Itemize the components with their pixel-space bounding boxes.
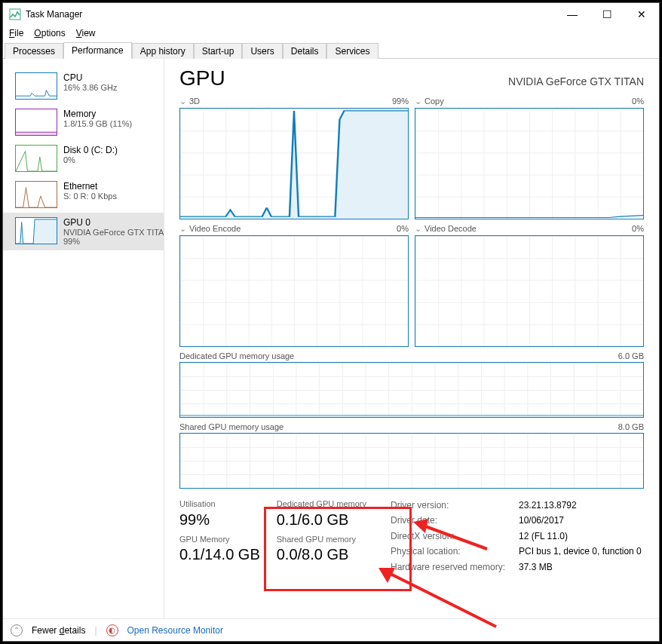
sidebar-item-ethernet[interactable]: Ethernet S: 0 R: 0 Kbps: [3, 176, 164, 213]
open-resource-monitor-link[interactable]: Open Resource Monitor: [127, 625, 223, 636]
svg-line-9: [385, 571, 496, 627]
maximize-button[interactable]: ☐: [590, 3, 624, 26]
sidebar-ethernet-detail: S: 0 R: 0 Kbps: [63, 192, 117, 201]
sidebar-gpu-detail2: 99%: [63, 237, 164, 246]
chart-shared-memory[interactable]: [179, 433, 644, 489]
task-manager-window: Task Manager — ☐ ✕ File Options View Pro…: [2, 2, 660, 642]
chart-vencode-label[interactable]: ⌄Video Encode: [179, 224, 241, 234]
sidebar-gpu-detail: NVIDIA GeForce GTX TITAN: [63, 228, 164, 237]
gpu-memory-value: 0.1/14.0 GB: [179, 545, 260, 563]
svg-marker-8: [413, 519, 428, 533]
task-manager-icon: [9, 8, 21, 20]
tab-app-history[interactable]: App history: [132, 43, 194, 59]
tab-processes[interactable]: Processes: [5, 43, 63, 59]
sidebar-item-memory[interactable]: Memory 1.8/15.9 GB (11%): [3, 104, 164, 140]
chevron-down-icon: ⌄: [415, 97, 421, 106]
gpu-model-name: NVIDIA GeForce GTX TITAN: [508, 75, 644, 87]
driver-date-val: 10/06/2017: [519, 515, 564, 526]
footer: ⌃ Fewer details | ◐ Open Resource Monito…: [3, 618, 659, 641]
resource-monitor-icon: ◐: [106, 624, 118, 636]
chart-shared-max: 8.0 GB: [618, 422, 644, 431]
directx-val: 12 (FL 11.0): [519, 531, 568, 541]
tab-details[interactable]: Details: [283, 43, 327, 59]
disk-sparkline: [15, 145, 57, 172]
chevron-down-icon: ⌄: [179, 97, 186, 106]
chart-copy-pct: 0%: [632, 97, 644, 106]
chart-copy-label[interactable]: ⌄Copy: [415, 97, 444, 106]
chart-vencode-pct: 0%: [397, 224, 409, 234]
sidebar-ethernet-label: Ethernet: [63, 181, 117, 192]
main-panel: GPU NVIDIA GeForce GTX TITAN ⌄3D 99%: [164, 59, 659, 618]
sidebar-disk-label: Disk 0 (C: D:): [63, 145, 118, 155]
chart-3d-pct: 99%: [392, 97, 409, 106]
chart-copy[interactable]: [415, 108, 644, 219]
tab-services[interactable]: Services: [326, 43, 378, 59]
tab-performance[interactable]: Performance: [63, 42, 132, 59]
tab-users[interactable]: Users: [242, 43, 282, 59]
svg-rect-1: [16, 132, 57, 135]
sidebar-item-gpu0[interactable]: GPU 0 NVIDIA GeForce GTX TITAN 99%: [3, 213, 164, 250]
sidebar-cpu-label: CPU: [63, 72, 118, 83]
close-button[interactable]: ✕: [624, 3, 659, 26]
cpu-sparkline: [15, 72, 57, 100]
red-arrow-1: [412, 515, 495, 553]
menu-options[interactable]: Options: [34, 28, 65, 38]
chart-3d[interactable]: [179, 108, 409, 219]
sidebar-memory-label: Memory: [63, 109, 132, 119]
gpu-memory-label: GPU Memory: [179, 533, 260, 546]
sidebar: CPU 16% 3.86 GHz Memory 1.8/15.9 GB (11%…: [3, 59, 164, 618]
chart-video-encode[interactable]: [179, 235, 409, 347]
sidebar-cpu-detail: 16% 3.86 GHz: [63, 83, 118, 92]
utilisation-value: 99%: [179, 511, 260, 529]
memory-sparkline: [15, 109, 57, 136]
window-title: Task Manager: [26, 9, 82, 20]
svg-line-7: [419, 524, 487, 549]
page-title: GPU: [179, 66, 225, 90]
utilisation-label: Utilisation: [179, 498, 260, 511]
reserved-val: 37.3 MB: [519, 562, 553, 572]
location-val: PCI bus 1, device 0, function 0: [519, 546, 642, 557]
chart-dedicated-max: 6.0 GB: [618, 351, 644, 360]
fewer-details-icon[interactable]: ⌃: [11, 624, 23, 636]
chart-3d-label[interactable]: ⌄3D: [179, 97, 200, 106]
menu-view[interactable]: View: [76, 28, 96, 38]
fewer-details-link[interactable]: Fewer details: [32, 625, 85, 636]
red-arrow-2: [375, 560, 504, 632]
minimize-button[interactable]: —: [555, 3, 590, 26]
menu-file[interactable]: File: [9, 28, 23, 38]
chart-vdecode-pct: 0%: [632, 224, 644, 234]
sidebar-item-disk[interactable]: Disk 0 (C: D:) 0%: [3, 140, 164, 176]
tab-bar: Processes Performance App history Start-…: [3, 41, 659, 59]
chart-vdecode-label[interactable]: ⌄Video Decode: [415, 224, 477, 234]
chart-dedicated-memory[interactable]: [179, 362, 644, 418]
chart-video-decode[interactable]: [415, 235, 644, 347]
driver-version-val: 23.21.13.8792: [519, 500, 577, 511]
chevron-down-icon: ⌄: [179, 224, 186, 233]
titlebar[interactable]: Task Manager — ☐ ✕: [3, 3, 659, 26]
sidebar-gpu-label: GPU 0: [63, 217, 164, 228]
chart-shared-label: Shared GPU memory usage: [179, 422, 283, 431]
sidebar-disk-detail: 0%: [63, 155, 118, 164]
gpu-sparkline: [15, 217, 57, 244]
chevron-down-icon: ⌄: [415, 224, 421, 233]
ethernet-sparkline: [15, 181, 57, 208]
sidebar-item-cpu[interactable]: CPU 16% 3.86 GHz: [3, 68, 164, 104]
sidebar-memory-detail: 1.8/15.9 GB (11%): [63, 119, 132, 128]
tab-startup[interactable]: Start-up: [194, 43, 243, 59]
menu-bar: File Options View: [3, 26, 659, 41]
chart-dedicated-label: Dedicated GPU memory usage: [179, 351, 294, 360]
